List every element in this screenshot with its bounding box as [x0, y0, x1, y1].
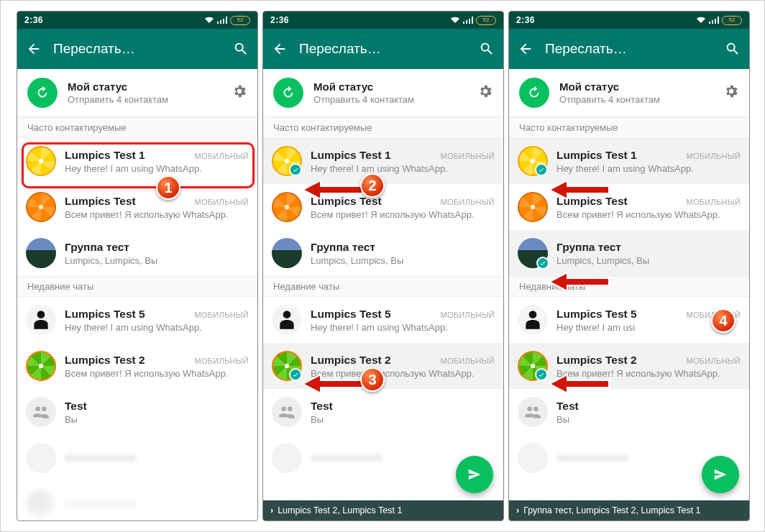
contact-row-test[interactable]: Test Вы: [17, 389, 257, 435]
contact-status: Lumpics, Lumpics, Вы: [311, 255, 495, 266]
contact-row-lumpics-test-1[interactable]: Lumpics Test 1МОБИЛЬНЫЙ Hey there! I am …: [263, 138, 503, 184]
status-bar: 2:36 52: [509, 12, 749, 29]
status-bar: 2:36 52: [263, 12, 503, 29]
contact-row-lumpics-test-5[interactable]: Lumpics Test 5 МОБИЛЬНЫЙ Hey there! I am…: [17, 297, 257, 343]
contact-row-faded-2: [17, 481, 257, 521]
contact-tag: МОБИЛЬНЫЙ: [194, 311, 249, 319]
back-button[interactable]: [26, 41, 42, 57]
status-settings-button[interactable]: [477, 83, 493, 102]
avatar-group-test: [26, 238, 56, 268]
my-status-row[interactable]: Мой статус Отправить 4 контактам: [263, 69, 503, 117]
avatar-lumpics-test: [518, 192, 548, 222]
contact-row-lumpics-test-1[interactable]: Lumpics Test 1 МОБИЛЬНЫЙ Hey there! I am…: [17, 138, 257, 184]
contact-row-lumpics-test-2[interactable]: Lumpics Test 2 МОБИЛЬНЫЙ Всем привет! Я …: [17, 343, 257, 389]
selection-footer-text: Lumpics Test 2, Lumpics Test 1: [278, 505, 402, 515]
avatar-lumpics-test-5: [518, 305, 548, 335]
contact-name: Test: [65, 400, 87, 413]
wifi-icon: [450, 17, 460, 24]
contact-row-group-test[interactable]: Группа тест Lumpics, Lumpics, Вы: [17, 230, 257, 276]
avatar-faded: [272, 443, 302, 473]
send-fab-button[interactable]: [702, 456, 739, 493]
contact-row-lumpics-test[interactable]: Lumpics Test МОБИЛЬНЫЙ Всем привет! Я ис…: [17, 184, 257, 230]
signal-icon: [217, 17, 227, 24]
contact-row-group-test[interactable]: Группа тест Lumpics, Lumpics, Вы: [263, 230, 503, 276]
battery-icon: 52: [476, 16, 496, 25]
contact-name: Lumpics Test 2: [65, 354, 145, 367]
section-recent: Недавние чаты: [263, 276, 503, 297]
statusbar-right: 52: [204, 16, 250, 25]
selected-check-icon: [289, 163, 302, 176]
contact-status: Hey there! I am using WhatsApp.: [556, 163, 741, 174]
search-button[interactable]: [725, 41, 741, 57]
phone-panel-1: 2:36 52 Переслать…: [17, 11, 258, 521]
contact-row-lumpics-test[interactable]: Lumpics TestМОБИЛЬНЫЙ Всем привет! Я исп…: [509, 184, 749, 230]
annotation-badge-2: 2: [360, 173, 385, 198]
selected-check-icon: [535, 368, 548, 381]
annotation-badge-4: 4: [711, 308, 736, 333]
my-status-title: Мой статус: [559, 81, 713, 93]
my-status-subtitle: Отправить 4 контактам: [559, 94, 713, 105]
battery-icon: 52: [230, 16, 250, 25]
avatar-test: [26, 397, 56, 427]
contact-row-lumpics-test-1[interactable]: Lumpics Test 1МОБИЛЬНЫЙ Hey there! I am …: [509, 138, 749, 184]
contact-row-test[interactable]: Test Вы: [263, 389, 503, 435]
my-status-avatar: [27, 78, 58, 108]
search-button[interactable]: [479, 41, 495, 57]
wifi-icon: [204, 17, 214, 24]
statusbar-right: 52: [696, 16, 742, 25]
contact-status: Всем привет! Я использую WhatsApp.: [65, 368, 249, 379]
contact-status: Hey there! I am using WhatsApp.: [65, 322, 249, 333]
contact-row-lumpics-test-5[interactable]: Lumpics Test 5МОБИЛЬНЫЙ Hey there! I am …: [263, 297, 503, 343]
avatar-lumpics-test-5: [26, 305, 56, 335]
contact-row-lumpics-test-2[interactable]: Lumpics Test 2МОБИЛЬНЫЙ Всем привет! Я и…: [509, 343, 749, 389]
status-settings-button[interactable]: [232, 83, 247, 102]
avatar-faded: [518, 443, 548, 473]
chevron-right-icon: ›: [270, 505, 273, 515]
selection-footer: › Lumpics Test 2, Lumpics Test 1: [263, 500, 503, 520]
selection-footer: › Группа тест, Lumpics Test 2, Lumpics T…: [509, 500, 749, 520]
contact-tag: МОБИЛЬНЫЙ: [686, 357, 741, 365]
back-button[interactable]: [272, 41, 288, 57]
avatar-lumpics-test: [26, 192, 56, 222]
avatar-lumpics-test-1: [518, 146, 548, 176]
contact-name: Lumpics Test 2: [311, 354, 391, 367]
contact-tag: МОБИЛЬНЫЙ: [194, 198, 249, 206]
contact-status: Вы: [65, 414, 249, 425]
back-button[interactable]: [518, 41, 533, 57]
wifi-icon: [696, 17, 706, 24]
contact-row-group-test[interactable]: Группа тест Lumpics, Lumpics, Вы: [509, 230, 749, 276]
contact-name: Lumpics Test 1: [556, 149, 637, 162]
contact-tag: МОБИЛЬНЫЙ: [440, 152, 495, 160]
avatar-group-test: [518, 238, 548, 268]
avatar-lumpics-test-1: [272, 146, 302, 176]
avatar-group-test: [272, 238, 302, 268]
search-button[interactable]: [233, 41, 249, 57]
contact-status: Всем привет! Я использую WhatsApp.: [556, 209, 741, 220]
send-fab-button[interactable]: [456, 456, 493, 493]
contact-name: Lumpics Test: [556, 195, 628, 208]
contact-status: Hey there! I am using WhatsApp.: [311, 163, 495, 174]
avatar-test: [272, 397, 302, 427]
header-title: Переслать…: [299, 41, 467, 57]
signal-icon: [709, 17, 719, 24]
contact-name: Lumpics Test 1: [311, 149, 391, 162]
avatar-lumpics-test-5: [272, 305, 302, 335]
status-settings-button[interactable]: [723, 83, 739, 102]
my-status-text: Мой статус Отправить 4 контактам: [68, 81, 221, 105]
app-header: Переслать…: [263, 29, 503, 69]
contact-row-test[interactable]: Test Вы: [509, 389, 749, 435]
contact-status: Всем привет! Я использую WhatsApp.: [311, 209, 495, 220]
contact-name: Lumpics Test 5: [65, 308, 145, 321]
contact-name: Lumpics Test 5: [556, 308, 637, 321]
contact-name: Lumpics Test: [65, 195, 136, 208]
my-status-row[interactable]: Мой статус Отправить 4 контактам: [17, 69, 257, 117]
contact-name: Test: [311, 400, 333, 413]
battery-icon: 52: [722, 16, 742, 25]
app-header: Переслать…: [17, 29, 257, 69]
contact-status: Hey there! I am using WhatsApp.: [65, 163, 249, 174]
my-status-row[interactable]: Мой статус Отправить 4 контактам: [509, 69, 749, 117]
my-status-avatar: [273, 78, 303, 108]
contact-name: Lumpics Test 2: [556, 354, 637, 367]
contact-tag: МОБИЛЬНЫЙ: [686, 152, 741, 160]
selected-check-icon: [289, 368, 302, 381]
